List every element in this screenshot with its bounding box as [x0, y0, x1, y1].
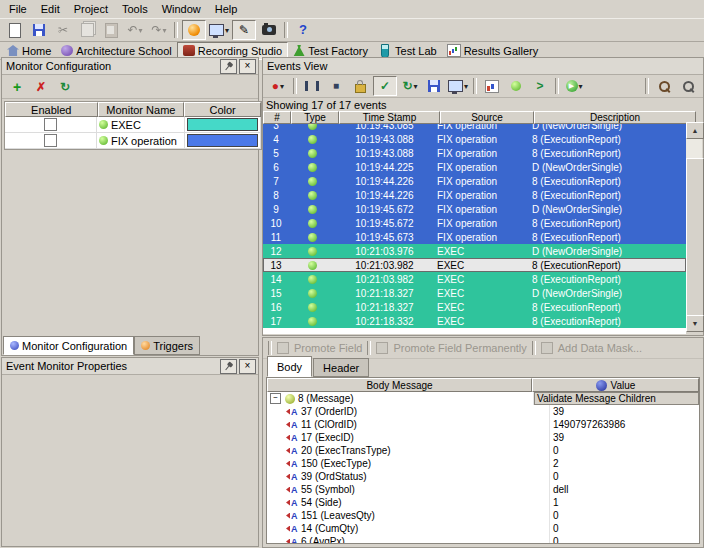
field-row[interactable]: − A 150 (ExecType) 2 [267, 457, 699, 470]
display-events-button[interactable]: ▾ [447, 77, 469, 95]
menu-item[interactable]: Project [67, 2, 115, 16]
value-cell[interactable]: Validate Message Children [533, 392, 699, 405]
value-cell[interactable]: 0 [549, 444, 699, 457]
monitor-row[interactable]: EXEC [5, 117, 261, 133]
record-button[interactable]: ●▾ [267, 77, 289, 95]
tree-expander[interactable]: − [270, 393, 281, 404]
new-button[interactable] [4, 21, 26, 39]
menu-item[interactable]: Window [155, 2, 208, 16]
close-button[interactable]: × [239, 59, 256, 74]
event-row[interactable]: 12 10:21:03.976 EXEC D (NewOrderSingle) [263, 244, 686, 258]
promote-field-button[interactable]: Promote Field [294, 342, 362, 354]
column-header-description[interactable]: Description [534, 111, 696, 124]
monitor-row[interactable]: FIX operation [5, 133, 261, 149]
paste-button[interactable] [100, 21, 122, 39]
close-button[interactable]: × [239, 359, 256, 374]
redo-button[interactable]: ↷▾ [148, 21, 170, 39]
field-row[interactable]: − A 151 (LeavesQty) 0 [267, 509, 699, 522]
run-button[interactable]: ▶▾ [563, 77, 585, 95]
pin-button[interactable] [220, 59, 237, 74]
event-marker-button[interactable] [505, 77, 527, 95]
column-header-source[interactable]: Source [440, 111, 534, 124]
value-cell[interactable]: 39 [549, 431, 699, 444]
scroll-up-button[interactable]: ▲ [686, 122, 704, 139]
field-row[interactable]: − A 6 (AvgPx) 0 [267, 535, 699, 544]
value-cell[interactable]: 0 [549, 522, 699, 535]
column-header-enabled[interactable]: Enabled [5, 102, 98, 117]
event-row[interactable]: 7 10:19:44.226 FIX operation 8 (Executio… [263, 174, 686, 188]
tab-monitor-configuration[interactable]: Monitor Configuration [3, 336, 134, 355]
color-swatch[interactable] [187, 118, 258, 131]
next-event-button[interactable]: > [529, 77, 551, 95]
event-row[interactable]: 3 10:19:43.085 FIX operation D (NewOrder… [263, 124, 686, 132]
field-row[interactable]: − A 17 (ExecID) 39 [267, 431, 699, 444]
field-row[interactable]: − A 8 (Message) Validate Message Childre… [267, 392, 699, 405]
add-monitor-button[interactable]: + [6, 78, 28, 96]
tab-triggers[interactable]: Triggers [134, 336, 200, 355]
edit-mode-button[interactable]: ✎ [232, 20, 256, 40]
refresh-monitors-button[interactable]: ↻ [54, 78, 76, 96]
enabled-checkbox[interactable] [44, 118, 57, 131]
add-data-mask-button[interactable]: Add Data Mask... [558, 342, 642, 354]
tab-header[interactable]: Header [313, 358, 369, 377]
field-row[interactable]: − A 54 (Side) 1 [267, 496, 699, 509]
enabled-checkbox[interactable] [44, 134, 57, 147]
snapshot-button[interactable] [258, 21, 280, 39]
help-button[interactable]: ? [292, 21, 314, 39]
event-row[interactable]: 5 10:19:43.088 FIX operation 8 (Executio… [263, 146, 686, 160]
field-row[interactable]: − A 11 (ClOrdID) 1490797263986 [267, 418, 699, 431]
menu-item[interactable]: Help [208, 2, 245, 16]
find-button[interactable] [653, 77, 675, 95]
display-select-button[interactable]: ▾ [208, 21, 230, 39]
color-swatch[interactable] [187, 134, 258, 147]
event-row[interactable]: 9 10:19:45.672 FIX operation D (NewOrder… [263, 202, 686, 216]
menu-item[interactable]: File [2, 2, 34, 16]
promote-field-permanently-button[interactable]: Promote Field Permanently [393, 342, 526, 354]
events-scrollbar[interactable]: ▲ ▼ [686, 122, 702, 332]
save-button[interactable] [28, 21, 50, 39]
lock-button[interactable] [349, 77, 371, 95]
value-cell[interactable]: 0 [549, 509, 699, 522]
event-row[interactable]: 6 10:19:44.225 FIX operation D (NewOrder… [263, 160, 686, 174]
event-row[interactable]: 4 10:19:43.088 FIX operation 8 (Executio… [263, 132, 686, 146]
column-header-monitor-name[interactable]: Monitor Name [98, 102, 185, 117]
field-row[interactable]: − A 20 (ExecTransType) 0 [267, 444, 699, 457]
value-cell[interactable]: 1490797263986 [549, 418, 699, 431]
event-row[interactable]: 11 10:19:45.673 FIX operation 8 (Executi… [263, 230, 686, 244]
field-row[interactable]: − A 37 (OrderID) 39 [267, 405, 699, 418]
record-mode-button[interactable] [182, 20, 206, 40]
delete-monitor-button[interactable]: ✗ [30, 78, 52, 96]
cut-button[interactable]: ✂ [52, 21, 74, 39]
field-row[interactable]: − A 14 (CumQty) 0 [267, 522, 699, 535]
field-row[interactable]: − A 39 (OrdStatus) 0 [267, 470, 699, 483]
event-row[interactable]: 16 10:21:18.327 EXEC 8 (ExecutionReport) [263, 300, 686, 314]
event-row[interactable]: 14 10:21:03.982 EXEC 8 (ExecutionReport) [263, 272, 686, 286]
menu-item[interactable]: Tools [115, 2, 155, 16]
value-cell[interactable]: 39 [549, 405, 699, 418]
event-row[interactable]: 10 10:19:45.672 FIX operation 8 (Executi… [263, 216, 686, 230]
stop-button[interactable]: ■ [325, 77, 347, 95]
save-events-button[interactable] [423, 77, 445, 95]
event-row[interactable]: 17 10:21:18.332 EXEC 8 (ExecutionReport) [263, 314, 686, 328]
copy-button[interactable] [76, 21, 98, 39]
column-header-color[interactable]: Color [184, 102, 261, 117]
find-next-button[interactable] [677, 77, 699, 95]
scroll-down-button[interactable]: ▼ [686, 315, 704, 332]
undo-button[interactable]: ↶▾ [124, 21, 146, 39]
refresh-events-button[interactable]: ↻▾ [399, 77, 421, 95]
value-cell[interactable]: 0 [549, 470, 699, 483]
event-row[interactable]: 8 10:19:44.226 FIX operation 8 (Executio… [263, 188, 686, 202]
column-header-type[interactable]: Type [291, 111, 339, 124]
column-header-timestamp[interactable]: Time Stamp [339, 111, 440, 124]
validate-toggle-button[interactable]: ✓ [373, 76, 397, 96]
value-cell[interactable]: 2 [549, 457, 699, 470]
column-header-value[interactable]: Value [532, 378, 699, 392]
column-header-body-message[interactable]: Body Message [267, 378, 532, 392]
value-cell[interactable]: 0 [549, 535, 699, 544]
value-cell[interactable]: 1 [549, 496, 699, 509]
event-row[interactable]: 13 10:21:03.982 EXEC 8 (ExecutionReport) [263, 258, 686, 272]
scrollbar-thumb[interactable] [686, 158, 704, 318]
column-header-number[interactable]: # [263, 111, 291, 124]
pin-button[interactable] [220, 359, 237, 374]
tab-body[interactable]: Body [267, 356, 312, 377]
